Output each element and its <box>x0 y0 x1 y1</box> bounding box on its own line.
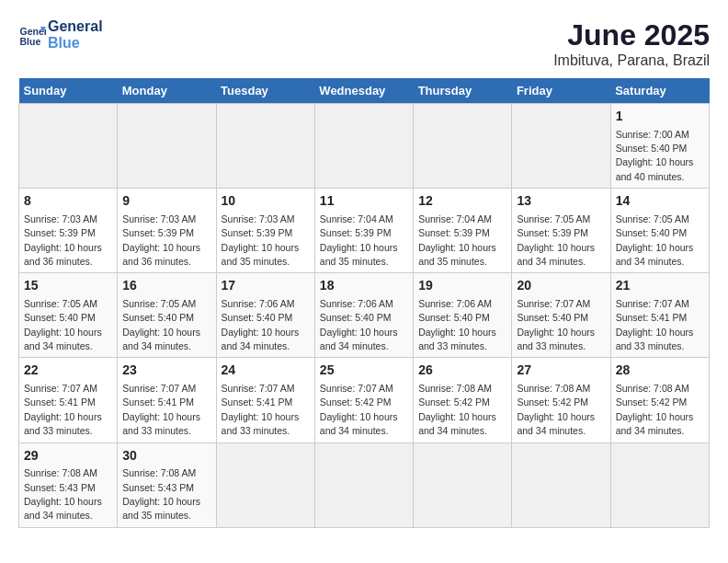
day-header: Friday <box>512 78 610 104</box>
sunset-info: Sunset: 5:42 PM <box>517 396 588 408</box>
day-header: Thursday <box>414 78 512 104</box>
day-number: 27 <box>517 362 605 380</box>
calendar-cell <box>414 104 512 189</box>
daylight-info: Daylight: 10 hours and 35 minutes. <box>418 242 496 267</box>
sunrise-info: Sunrise: 7:08 AM <box>517 383 590 394</box>
page-header: General Blue General Blue June 2025 Imbi… <box>18 18 710 69</box>
sunrise-info: Sunrise: 7:07 AM <box>222 383 295 394</box>
day-header: Tuesday <box>216 78 314 104</box>
day-header: Saturday <box>610 78 709 104</box>
sunset-info: Sunset: 5:43 PM <box>24 482 96 493</box>
calendar-cell <box>216 442 314 527</box>
daylight-info: Daylight: 10 hours and 34 minutes. <box>24 496 102 521</box>
daylight-info: Daylight: 10 hours and 33 minutes. <box>418 327 496 351</box>
svg-text:Blue: Blue <box>20 36 41 47</box>
day-number: 24 <box>222 362 310 380</box>
day-header: Monday <box>118 78 216 104</box>
calendar-cell: 29 Sunrise: 7:08 AM Sunset: 5:43 PM Dayl… <box>19 442 118 527</box>
sunset-info: Sunset: 5:41 PM <box>122 396 194 408</box>
daylight-info: Daylight: 10 hours and 36 minutes. <box>24 242 102 267</box>
day-header: Sunday <box>19 78 118 104</box>
day-number: 9 <box>122 192 210 211</box>
calendar-cell: 8 Sunrise: 7:03 AM Sunset: 5:39 PM Dayli… <box>19 189 118 273</box>
calendar-cell: 13 Sunrise: 7:05 AM Sunset: 5:39 PM Dayl… <box>512 189 610 273</box>
calendar-cell <box>512 104 610 189</box>
day-number: 30 <box>122 447 210 465</box>
sunrise-info: Sunrise: 7:08 AM <box>122 467 196 478</box>
daylight-info: Daylight: 10 hours and 34 minutes. <box>517 411 595 436</box>
calendar-cell: 11 Sunrise: 7:04 AM Sunset: 5:39 PM Dayl… <box>314 189 413 273</box>
calendar-cell: 23 Sunrise: 7:07 AM Sunset: 5:41 PM Dayl… <box>118 358 216 442</box>
calendar-cell: 21 Sunrise: 7:07 AM Sunset: 5:41 PM Dayl… <box>610 273 709 358</box>
sunrise-info: Sunrise: 7:06 AM <box>222 298 295 309</box>
calendar-cell: 12 Sunrise: 7:04 AM Sunset: 5:39 PM Dayl… <box>414 189 512 273</box>
calendar-week-row: 29 Sunrise: 7:08 AM Sunset: 5:43 PM Dayl… <box>19 442 710 527</box>
daylight-info: Daylight: 10 hours and 34 minutes. <box>122 327 200 351</box>
calendar-subtitle: Imbituva, Parana, Brazil <box>553 52 710 69</box>
sunset-info: Sunset: 5:40 PM <box>320 312 392 323</box>
calendar-week-row: 22 Sunrise: 7:07 AM Sunset: 5:41 PM Dayl… <box>19 358 710 442</box>
calendar-cell <box>19 104 118 189</box>
calendar-cell: 30 Sunrise: 7:08 AM Sunset: 5:43 PM Dayl… <box>118 442 216 527</box>
day-number: 11 <box>320 192 408 211</box>
daylight-info: Daylight: 10 hours and 33 minutes. <box>122 411 200 436</box>
daylight-info: Daylight: 10 hours and 34 minutes. <box>320 411 398 436</box>
calendar-cell: 20 Sunrise: 7:07 AM Sunset: 5:40 PM Dayl… <box>512 273 610 358</box>
sunrise-info: Sunrise: 7:03 AM <box>222 213 295 224</box>
day-number: 17 <box>222 277 310 295</box>
sunrise-info: Sunrise: 7:08 AM <box>616 383 689 394</box>
logo-line1: General <box>48 18 103 35</box>
day-number: 10 <box>222 192 310 211</box>
sunset-info: Sunset: 5:42 PM <box>616 396 688 408</box>
day-number: 21 <box>616 277 704 295</box>
calendar-cell <box>314 104 413 189</box>
day-number: 19 <box>418 277 506 295</box>
day-number: 28 <box>616 362 704 380</box>
sunset-info: Sunset: 5:40 PM <box>616 227 688 238</box>
calendar-title: June 2025 <box>553 18 710 52</box>
calendar-cell: 17 Sunrise: 7:06 AM Sunset: 5:40 PM Dayl… <box>216 273 314 358</box>
daylight-info: Daylight: 10 hours and 34 minutes. <box>24 327 102 351</box>
calendar-cell <box>314 442 413 527</box>
sunset-info: Sunset: 5:42 PM <box>320 396 392 408</box>
day-number: 18 <box>320 277 408 295</box>
daylight-info: Daylight: 10 hours and 34 minutes. <box>616 411 694 436</box>
calendar-cell: 27 Sunrise: 7:08 AM Sunset: 5:42 PM Dayl… <box>512 358 610 442</box>
day-number: 12 <box>418 192 506 211</box>
sunrise-info: Sunrise: 7:05 AM <box>517 213 590 224</box>
calendar-cell <box>610 442 709 527</box>
sunrise-info: Sunrise: 7:03 AM <box>122 213 196 224</box>
sunrise-info: Sunrise: 7:07 AM <box>24 383 97 394</box>
sunset-info: Sunset: 5:39 PM <box>320 227 392 238</box>
calendar-cell: 10 Sunrise: 7:03 AM Sunset: 5:39 PM Dayl… <box>216 189 314 273</box>
day-number: 14 <box>616 192 704 211</box>
logo: General Blue General Blue <box>18 18 103 52</box>
sunrise-info: Sunrise: 7:07 AM <box>320 383 393 394</box>
sunrise-info: Sunrise: 7:05 AM <box>616 213 689 224</box>
title-area: June 2025 Imbituva, Parana, Brazil <box>553 18 710 69</box>
sunrise-info: Sunrise: 7:06 AM <box>418 298 492 309</box>
sunset-info: Sunset: 5:39 PM <box>122 227 194 238</box>
sunset-info: Sunset: 5:40 PM <box>122 312 194 323</box>
calendar-cell: 18 Sunrise: 7:06 AM Sunset: 5:40 PM Dayl… <box>314 273 413 358</box>
calendar-body: 1 Sunrise: 7:00 AM Sunset: 5:40 PM Dayli… <box>19 104 710 528</box>
calendar-week-row: 8 Sunrise: 7:03 AM Sunset: 5:39 PM Dayli… <box>19 189 710 273</box>
daylight-info: Daylight: 10 hours and 35 minutes. <box>122 496 200 521</box>
sunrise-info: Sunrise: 7:03 AM <box>24 213 97 224</box>
sunset-info: Sunset: 5:43 PM <box>122 482 194 493</box>
sunrise-info: Sunrise: 7:04 AM <box>320 213 393 224</box>
sunset-info: Sunset: 5:41 PM <box>222 396 293 408</box>
sunrise-info: Sunrise: 7:06 AM <box>320 298 393 309</box>
sunset-info: Sunset: 5:40 PM <box>418 312 490 323</box>
day-number: 29 <box>24 447 112 465</box>
calendar-cell: 16 Sunrise: 7:05 AM Sunset: 5:40 PM Dayl… <box>118 273 216 358</box>
daylight-info: Daylight: 10 hours and 36 minutes. <box>122 242 200 267</box>
sunset-info: Sunset: 5:41 PM <box>24 396 96 408</box>
calendar-cell: 14 Sunrise: 7:05 AM Sunset: 5:40 PM Dayl… <box>610 189 709 273</box>
daylight-info: Daylight: 10 hours and 33 minutes. <box>616 327 694 351</box>
day-number: 22 <box>24 362 112 380</box>
daylight-info: Daylight: 10 hours and 33 minutes. <box>517 327 595 351</box>
sunset-info: Sunset: 5:40 PM <box>616 143 688 154</box>
logo-line2: Blue <box>48 35 103 52</box>
sunrise-info: Sunrise: 7:08 AM <box>24 467 97 478</box>
